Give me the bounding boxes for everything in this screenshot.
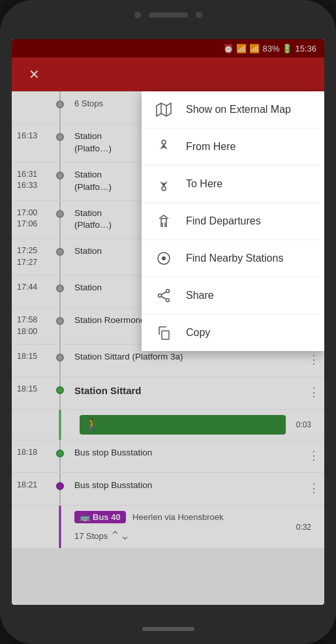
speaker [149,12,188,18]
phone-top-decoration [134,12,202,18]
menu-item-share[interactable]: Share [142,277,324,314]
nav-to-icon [155,175,173,193]
svg-rect-14 [162,331,169,339]
menu-label-find-departures: Find Departures [186,215,261,227]
menu-label-show-map: Show on External Map [186,104,291,115]
menu-label-share: Share [186,290,214,301]
menu-label-copy: Copy [186,327,210,339]
phone-bottom-bar [142,627,194,631]
menu-label-to-here: To Here [186,178,222,190]
share-icon [155,286,173,305]
menu-item-to-here[interactable]: To Here [142,166,324,203]
departures-icon [155,212,173,230]
overlay: Show on External Map From Here [12,39,324,605]
svg-marker-0 [157,103,171,116]
menu-item-copy[interactable]: Copy [142,314,324,351]
menu-item-from-here[interactable]: From Here [142,129,324,166]
svg-point-8 [162,256,166,260]
svg-line-12 [162,292,166,295]
svg-point-3 [162,140,166,144]
svg-point-11 [166,299,170,302]
svg-point-4 [162,187,166,191]
menu-label-find-nearby: Find Nearby Stations [186,253,283,264]
copy-icon [155,324,173,342]
nav-from-icon [155,138,173,156]
menu-label-from-here: From Here [186,141,236,153]
phone-frame: ⏰ 📶 📶 83% 🔋 15:36 ✕ [0,0,336,644]
map-icon [155,100,173,119]
phone-screen: ⏰ 📶 📶 83% 🔋 15:36 ✕ [12,39,324,605]
svg-point-9 [166,290,170,293]
svg-line-13 [162,297,166,299]
menu-item-show-map[interactable]: Show on External Map [142,91,324,129]
camera-right [196,12,202,18]
nearby-icon [155,249,173,268]
context-menu: Show on External Map From Here [142,91,324,351]
menu-item-find-nearby[interactable]: Find Nearby Stations [142,240,324,277]
svg-point-10 [159,294,162,298]
camera [134,12,141,18]
menu-item-find-departures[interactable]: Find Departures [142,203,324,240]
